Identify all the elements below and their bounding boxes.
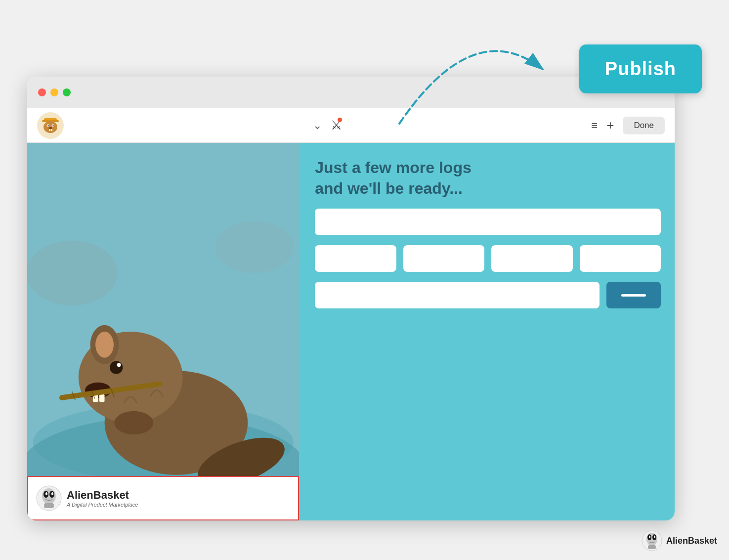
right-panel: Just a few more logs and we'll be ready.…: [299, 143, 675, 520]
bottom-alien-icon: [642, 530, 662, 551]
browser-chrome: [27, 77, 675, 108]
beaver-logo-icon: [37, 112, 64, 139]
bottom-brand-name-label: AlienBasket: [666, 536, 717, 546]
done-button[interactable]: Done: [623, 117, 665, 134]
form-input-q3[interactable]: [491, 245, 572, 272]
svg-point-22: [117, 363, 121, 367]
alien-basket-icon: [36, 485, 62, 511]
svg-point-37: [51, 492, 53, 495]
maximize-button[interactable]: [63, 88, 71, 96]
form-input-full[interactable]: [315, 209, 661, 235]
close-button[interactable]: [38, 88, 46, 96]
svg-rect-11: [51, 129, 52, 131]
svg-point-16: [215, 221, 293, 273]
svg-point-36: [45, 492, 47, 495]
chevron-down-icon[interactable]: ⌄: [313, 119, 322, 132]
svg-point-8: [52, 125, 53, 126]
svg-point-21: [110, 361, 123, 374]
brand-text: AlienBasket A Digital Product Marketplac…: [67, 489, 138, 508]
minimize-button[interactable]: [50, 88, 58, 96]
form-input-q2[interactable]: [403, 245, 484, 272]
svg-rect-10: [49, 129, 50, 131]
beaver-image: [27, 143, 299, 520]
bottom-brand: AlienBasket: [642, 530, 717, 551]
browser-window: ⌄ ⚔ ≡ + Done: [27, 77, 675, 520]
svg-point-47: [654, 536, 655, 538]
app-toolbar: ⌄ ⚔ ≡ + Done: [27, 108, 675, 143]
main-content: AlienBasket A Digital Product Marketplac…: [27, 143, 675, 520]
svg-point-30: [114, 411, 153, 434]
form-input-q4[interactable]: [580, 245, 661, 272]
svg-point-9: [49, 127, 52, 129]
svg-point-15: [27, 241, 118, 306]
submit-icon-line: [621, 294, 646, 297]
form-quarter-row: [315, 245, 661, 272]
add-icon[interactable]: +: [606, 118, 614, 133]
brand-name-label: AlienBasket: [67, 489, 138, 502]
brand-bar: AlienBasket A Digital Product Marketplac…: [27, 476, 299, 520]
svg-point-20: [95, 332, 114, 358]
left-panel: AlienBasket A Digital Product Marketplac…: [27, 143, 299, 520]
notification-bell[interactable]: ⚔: [331, 118, 342, 133]
svg-point-7: [47, 125, 48, 126]
brand-tagline-label: A Digital Product Marketplace: [67, 502, 138, 508]
list-icon[interactable]: ≡: [591, 119, 598, 132]
form-submit-row: [315, 282, 661, 308]
svg-rect-25: [99, 394, 105, 402]
form-input-long[interactable]: [315, 282, 600, 308]
publish-button[interactable]: Publish: [579, 44, 702, 93]
publish-button-container: Publish: [579, 44, 702, 93]
beaver-scene-svg: [27, 143, 299, 520]
traffic-lights: [38, 88, 71, 96]
tagline-heading: Just a few more logs and we'll be ready.…: [315, 158, 661, 199]
form-submit-button[interactable]: [606, 282, 661, 308]
form-input-q1[interactable]: [315, 245, 396, 272]
svg-point-46: [649, 536, 650, 538]
